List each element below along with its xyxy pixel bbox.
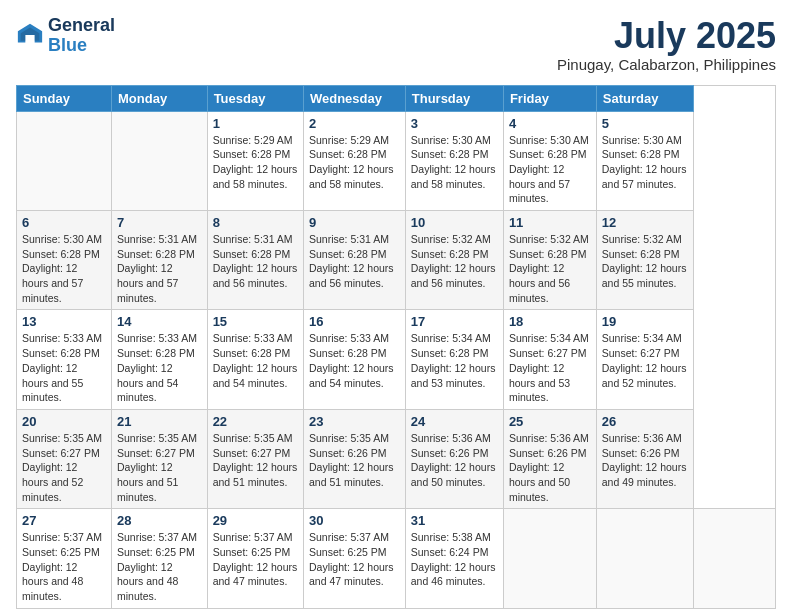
day-number: 11: [509, 215, 591, 230]
col-saturday: Saturday: [596, 85, 693, 111]
calendar-week-row: 1Sunrise: 5:29 AMSunset: 6:28 PMDaylight…: [17, 111, 776, 210]
day-number: 28: [117, 513, 202, 528]
table-row: 28Sunrise: 5:37 AMSunset: 6:25 PMDayligh…: [112, 509, 208, 608]
calendar-week-row: 27Sunrise: 5:37 AMSunset: 6:25 PMDayligh…: [17, 509, 776, 608]
table-row: 20Sunrise: 5:35 AMSunset: 6:27 PMDayligh…: [17, 409, 112, 508]
calendar-header-row: Sunday Monday Tuesday Wednesday Thursday…: [17, 85, 776, 111]
day-number: 23: [309, 414, 400, 429]
day-info: Sunrise: 5:30 AMSunset: 6:28 PMDaylight:…: [22, 232, 106, 305]
day-number: 5: [602, 116, 688, 131]
table-row: 11Sunrise: 5:32 AMSunset: 6:28 PMDayligh…: [503, 211, 596, 310]
day-info: Sunrise: 5:36 AMSunset: 6:26 PMDaylight:…: [411, 431, 498, 490]
day-info: Sunrise: 5:31 AMSunset: 6:28 PMDaylight:…: [117, 232, 202, 305]
calendar-table: Sunday Monday Tuesday Wednesday Thursday…: [16, 85, 776, 609]
table-row: 14Sunrise: 5:33 AMSunset: 6:28 PMDayligh…: [112, 310, 208, 409]
day-info: Sunrise: 5:30 AMSunset: 6:28 PMDaylight:…: [509, 133, 591, 206]
day-info: Sunrise: 5:35 AMSunset: 6:27 PMDaylight:…: [22, 431, 106, 504]
day-number: 26: [602, 414, 688, 429]
day-info: Sunrise: 5:35 AMSunset: 6:27 PMDaylight:…: [117, 431, 202, 504]
day-number: 8: [213, 215, 298, 230]
table-row: 30Sunrise: 5:37 AMSunset: 6:25 PMDayligh…: [303, 509, 405, 608]
logo-text: General Blue: [48, 16, 115, 56]
table-row: [17, 111, 112, 210]
logo-icon: [16, 22, 44, 50]
day-info: Sunrise: 5:36 AMSunset: 6:26 PMDaylight:…: [509, 431, 591, 504]
col-thursday: Thursday: [405, 85, 503, 111]
table-row: 1Sunrise: 5:29 AMSunset: 6:28 PMDaylight…: [207, 111, 303, 210]
table-row: 26Sunrise: 5:36 AMSunset: 6:26 PMDayligh…: [596, 409, 693, 508]
day-number: 3: [411, 116, 498, 131]
col-monday: Monday: [112, 85, 208, 111]
day-info: Sunrise: 5:30 AMSunset: 6:28 PMDaylight:…: [602, 133, 688, 192]
col-friday: Friday: [503, 85, 596, 111]
day-number: 17: [411, 314, 498, 329]
day-number: 16: [309, 314, 400, 329]
day-number: 29: [213, 513, 298, 528]
table-row: 16Sunrise: 5:33 AMSunset: 6:28 PMDayligh…: [303, 310, 405, 409]
day-info: Sunrise: 5:30 AMSunset: 6:28 PMDaylight:…: [411, 133, 498, 192]
logo-general: General: [48, 16, 115, 36]
day-number: 18: [509, 314, 591, 329]
title-section: July 2025 Pinugay, Calabarzon, Philippin…: [557, 16, 776, 73]
table-row: 21Sunrise: 5:35 AMSunset: 6:27 PMDayligh…: [112, 409, 208, 508]
table-row: 31Sunrise: 5:38 AMSunset: 6:24 PMDayligh…: [405, 509, 503, 608]
table-row: 13Sunrise: 5:33 AMSunset: 6:28 PMDayligh…: [17, 310, 112, 409]
day-info: Sunrise: 5:37 AMSunset: 6:25 PMDaylight:…: [117, 530, 202, 603]
day-info: Sunrise: 5:34 AMSunset: 6:27 PMDaylight:…: [602, 331, 688, 390]
day-number: 2: [309, 116, 400, 131]
day-number: 20: [22, 414, 106, 429]
table-row: 15Sunrise: 5:33 AMSunset: 6:28 PMDayligh…: [207, 310, 303, 409]
table-row: 3Sunrise: 5:30 AMSunset: 6:28 PMDaylight…: [405, 111, 503, 210]
table-row: 19Sunrise: 5:34 AMSunset: 6:27 PMDayligh…: [596, 310, 693, 409]
day-info: Sunrise: 5:32 AMSunset: 6:28 PMDaylight:…: [509, 232, 591, 305]
day-info: Sunrise: 5:35 AMSunset: 6:26 PMDaylight:…: [309, 431, 400, 490]
table-row: [596, 509, 693, 608]
day-info: Sunrise: 5:33 AMSunset: 6:28 PMDaylight:…: [22, 331, 106, 404]
day-number: 30: [309, 513, 400, 528]
table-row: [503, 509, 596, 608]
day-info: Sunrise: 5:31 AMSunset: 6:28 PMDaylight:…: [213, 232, 298, 291]
day-info: Sunrise: 5:32 AMSunset: 6:28 PMDaylight:…: [602, 232, 688, 291]
day-info: Sunrise: 5:33 AMSunset: 6:28 PMDaylight:…: [117, 331, 202, 404]
day-info: Sunrise: 5:34 AMSunset: 6:27 PMDaylight:…: [509, 331, 591, 404]
day-info: Sunrise: 5:37 AMSunset: 6:25 PMDaylight:…: [213, 530, 298, 589]
day-number: 27: [22, 513, 106, 528]
day-number: 1: [213, 116, 298, 131]
day-number: 25: [509, 414, 591, 429]
table-row: 6Sunrise: 5:30 AMSunset: 6:28 PMDaylight…: [17, 211, 112, 310]
day-number: 15: [213, 314, 298, 329]
table-row: 18Sunrise: 5:34 AMSunset: 6:27 PMDayligh…: [503, 310, 596, 409]
day-info: Sunrise: 5:36 AMSunset: 6:26 PMDaylight:…: [602, 431, 688, 490]
day-number: 31: [411, 513, 498, 528]
location-title: Pinugay, Calabarzon, Philippines: [557, 56, 776, 73]
day-info: Sunrise: 5:29 AMSunset: 6:28 PMDaylight:…: [213, 133, 298, 192]
table-row: 8Sunrise: 5:31 AMSunset: 6:28 PMDaylight…: [207, 211, 303, 310]
col-sunday: Sunday: [17, 85, 112, 111]
day-number: 7: [117, 215, 202, 230]
day-number: 14: [117, 314, 202, 329]
day-number: 13: [22, 314, 106, 329]
day-number: 24: [411, 414, 498, 429]
day-info: Sunrise: 5:37 AMSunset: 6:25 PMDaylight:…: [22, 530, 106, 603]
day-info: Sunrise: 5:32 AMSunset: 6:28 PMDaylight:…: [411, 232, 498, 291]
day-info: Sunrise: 5:33 AMSunset: 6:28 PMDaylight:…: [213, 331, 298, 390]
day-number: 9: [309, 215, 400, 230]
table-row: 7Sunrise: 5:31 AMSunset: 6:28 PMDaylight…: [112, 211, 208, 310]
day-number: 19: [602, 314, 688, 329]
table-row: 23Sunrise: 5:35 AMSunset: 6:26 PMDayligh…: [303, 409, 405, 508]
table-row: 17Sunrise: 5:34 AMSunset: 6:28 PMDayligh…: [405, 310, 503, 409]
month-title: July 2025: [557, 16, 776, 56]
day-info: Sunrise: 5:37 AMSunset: 6:25 PMDaylight:…: [309, 530, 400, 589]
table-row: [694, 509, 776, 608]
table-row: 22Sunrise: 5:35 AMSunset: 6:27 PMDayligh…: [207, 409, 303, 508]
day-number: 21: [117, 414, 202, 429]
table-row: 27Sunrise: 5:37 AMSunset: 6:25 PMDayligh…: [17, 509, 112, 608]
day-info: Sunrise: 5:35 AMSunset: 6:27 PMDaylight:…: [213, 431, 298, 490]
table-row: 12Sunrise: 5:32 AMSunset: 6:28 PMDayligh…: [596, 211, 693, 310]
table-row: 24Sunrise: 5:36 AMSunset: 6:26 PMDayligh…: [405, 409, 503, 508]
day-number: 10: [411, 215, 498, 230]
col-tuesday: Tuesday: [207, 85, 303, 111]
table-row: 29Sunrise: 5:37 AMSunset: 6:25 PMDayligh…: [207, 509, 303, 608]
page-header: General Blue July 2025 Pinugay, Calabarz…: [16, 16, 776, 73]
day-info: Sunrise: 5:34 AMSunset: 6:28 PMDaylight:…: [411, 331, 498, 390]
